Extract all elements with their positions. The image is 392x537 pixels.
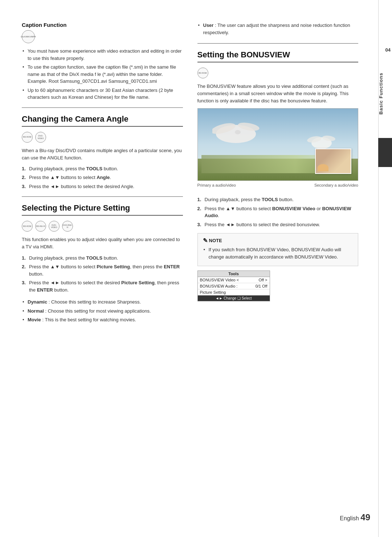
user-bullet-list: User : The user can adjust the sharpness… [197,22,359,36]
dvdvideo-icon-1: DVD-VIDEO [35,132,46,143]
picture-intro: This function enables you to adjust vide… [22,236,183,251]
note-title: ✎ NOTE [203,237,353,244]
camera-intro: When a Blu-ray Disc/DVD contains multipl… [22,147,183,162]
svg-point-3 [235,130,241,134]
note-section: ✎ NOTE If you switch from BONUSVIEW Vide… [197,233,359,266]
side-tab: 04 Basic Functions [378,0,392,537]
primary-label: Primary a audio/video [197,183,236,187]
divider-2 [22,196,183,197]
camera-angle-section: Changing the Camera Angle BD-ROM DVD-VID… [22,114,183,190]
picture-bullet-dynamic: Dynamic : Choose this setting to increas… [22,298,183,306]
tools-header: Tools [198,271,270,277]
caption-function-section: Caption Function DivX/MKV/MP4 You must h… [22,22,183,101]
caption-bullets: You must have some experience with video… [22,48,183,101]
tools-row-3: Picture Setting [198,289,270,296]
bonusview-step-2: 2. Press the ▲▼ buttons to select BONUSV… [197,205,359,219]
bonusview-intro: The BONUSVIEW feature allows you to view… [197,83,359,105]
camera-step-1: 1. During playback, press the TOOLS butt… [22,165,183,172]
side-tab-accent [378,138,392,167]
bonusview-section: Setting the BONUSVIEW BD-ROM The BONUSVI… [197,50,359,301]
picture-step-1: 1. During playback, press the TOOLS butt… [22,255,183,262]
tools-table: Tools BONUSVIEW Video < Off > BONUSVIEW … [197,270,270,301]
caption-function-title: Caption Function [22,22,183,28]
pip-box [315,149,351,174]
bdrom-label-bonusview: BD-ROM [199,72,207,74]
picture-setting-title: Selecting the Picture Setting [22,203,183,216]
secondary-label: Secondary a audio/video [314,183,358,187]
cat-shape [318,164,328,171]
note-bullets: If you switch from BONUSVIEW Video, BONU… [203,246,353,260]
picture-setting-section: Selecting the Picture Setting BD-ROM BD-… [22,203,183,323]
dvdvideo-icon-2: DVD-VIDEO [49,221,60,232]
divider-3 [197,43,359,44]
tools-footer-text: ◄► Change ❑ Select [216,296,252,300]
bonusview-step-1: 1. During playback, press the TOOLS butt… [197,196,359,203]
page-number-block: English 49 [340,512,370,522]
tools-row-2-value: 0/1 Off [256,284,268,288]
camera-icon-row: BD-ROM DVD-VIDEO [22,132,183,143]
dvdrwr-label: DVD-RW/-R [62,224,73,228]
bdrom-icon-bonusview: BD-ROM [197,68,208,78]
bdrom-label-1: BD-ROM [23,136,31,138]
bdrom-label-2: BD-ROM [23,225,31,227]
tools-row-1: BONUSVIEW Video < Off > [198,277,270,283]
bonusview-steps: 1. During playback, press the TOOLS butt… [197,196,359,228]
dvdrwr-icon: DVD-RW/-R [62,221,73,232]
bdrer-label: BD-RE/-R [36,225,45,227]
picture-step-3: 3. Press the ◄► buttons to select the de… [22,279,183,293]
tools-footer: ◄► Change ❑ Select [198,296,270,301]
picture-subbullets: Dynamic : Choose this setting to increas… [22,298,183,324]
note-bullet: If you switch from BONUSVIEW Video, BONU… [203,246,353,260]
bonusview-title: Setting the BONUSVIEW [197,50,359,62]
chapter-number: 04 [385,47,391,53]
picture-bullet-normal: Normal : Choose this setting for most vi… [22,308,183,315]
bdrom-icon-1: BD-ROM [22,132,33,143]
dvdvideo-label-2: DVD-VIDEO [49,224,59,228]
bonusview-image [197,108,359,181]
pip-content [316,149,351,173]
bdrom-icon-2: BD-ROM [22,221,33,232]
page-english-label: English [340,515,359,521]
picture-step-2: 2. Press the ▲▼ buttons to select Pictur… [22,263,183,277]
picture-icon-row: BD-ROM BD-RE/-R DVD-VIDEO DVD-RW/-R [22,221,183,232]
caption-bullet-3: Up to 60 alphanumeric characters or 30 E… [22,87,183,101]
picture-bullet-movie: Movie : This is the best setting for wat… [22,316,183,324]
tools-row-1-value: Off > [259,278,268,282]
bonusview-step-3: 3. Press the ◄► buttons to select the de… [197,221,359,228]
page-num: 49 [360,512,370,522]
picture-steps: 1. During playback, press the TOOLS butt… [22,255,183,294]
tools-row-2: BONUSVIEW Audio : 0/1 Off [198,283,270,289]
bird-1 [212,116,260,149]
tools-row-1-label: BONUSVIEW Video < [200,278,239,282]
dvdvideo-label-1: DVD-VIDEO [36,135,46,139]
note-label: NOTE [209,238,222,243]
caption-bullet-1: You must have some experience with video… [22,48,183,62]
camera-angle-title: Changing the Camera Angle [22,114,183,127]
image-labels: Primary a audio/video Secondary a audio/… [197,183,359,192]
user-bullet: User : The user can adjust the sharpness… [197,22,359,36]
camera-step-2: 2. Press the ▲▼ buttons to select Angle. [22,174,183,181]
caption-icon-row: DivX/MKV/MP4 [22,30,183,43]
caption-bullet-2: To use the caption function, save the ca… [22,64,183,85]
note-icon: ✎ [203,237,208,244]
camera-step-3: 3. Press the ◄► buttons to select the de… [22,183,183,190]
bonusview-icon-row: BD-ROM [197,68,359,78]
tools-row-3-label: Picture Setting [200,290,226,294]
tools-row-2-label: BONUSVIEW Audio : [200,284,238,288]
divider-1 [22,107,183,108]
bdrer-icon: BD-RE/-R [35,221,46,232]
chapter-title: Basic Functions [378,73,392,114]
divx-icon: DivX/MKV/MP4 [22,30,35,43]
divx-icon-label: DivX/MKV/MP4 [21,36,36,38]
camera-steps: 1. During playback, press the TOOLS butt… [22,165,183,190]
